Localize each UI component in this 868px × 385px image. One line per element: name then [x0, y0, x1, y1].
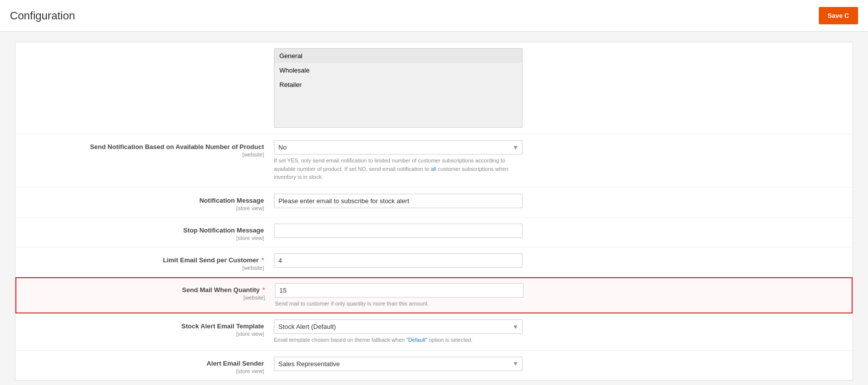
required-star: *: [261, 256, 264, 264]
customer-groups-select[interactable]: General Wholesale Retailer: [274, 48, 522, 128]
page-header: Configuration Save C: [0, 0, 868, 32]
alert-email-sender-row: Alert Email Sender [store view] Sales Re…: [15, 351, 853, 380]
send-notification-select-wrapper: No Yes ▼: [274, 140, 522, 154]
option-wholesale[interactable]: Wholesale: [274, 63, 522, 77]
stock-alert-template-select[interactable]: Stock Alert (Default): [274, 319, 522, 334]
limit-email-label-col: Limit Email Send per Customer * [website…: [25, 253, 274, 271]
alert-email-sender-scope: [store view]: [25, 368, 264, 374]
send-notification-field-col: No Yes ▼ If set YES, only send email not…: [274, 140, 843, 181]
send-notification-select[interactable]: No Yes: [274, 140, 522, 154]
notification-message-label: Notification Message: [199, 197, 264, 204]
quantity-required-star: *: [262, 286, 265, 294]
alert-email-sender-label-col: Alert Email Sender [store view]: [25, 357, 274, 374]
stop-notification-scope: [store view]: [25, 235, 264, 241]
notification-message-row: Notification Message [store view]: [15, 188, 853, 218]
stop-notification-label: Stop Notification Message: [183, 227, 264, 234]
limit-email-scope: [website]: [25, 265, 264, 271]
main-content: General Wholesale Retailer Send Notifica…: [0, 32, 868, 385]
send-notification-label: Send Notification Based on Available Num…: [90, 143, 264, 151]
option-retailer[interactable]: Retailer: [274, 77, 522, 92]
customer-groups-row: General Wholesale Retailer: [15, 42, 853, 134]
stop-notification-label-col: Stop Notification Message [store view]: [25, 224, 274, 241]
stock-alert-template-scope: [store view]: [25, 331, 264, 337]
stop-notification-field-col: [274, 224, 843, 238]
page-title: Configuration: [10, 9, 75, 22]
stock-alert-template-label: Stock Alert Email Template: [181, 322, 264, 330]
alert-email-sender-label: Alert Email Sender: [206, 360, 264, 367]
notification-message-label-col: Notification Message [store view]: [25, 194, 274, 211]
stock-alert-template-help: Email template chosen based on theme fal…: [274, 336, 522, 344]
send-mail-quantity-label: Send Mail When Quantity: [182, 286, 260, 294]
send-notification-scope: [website]: [25, 152, 264, 157]
customer-groups-label-col: [25, 48, 274, 51]
stop-notification-row: Stop Notification Message [store view]: [15, 218, 853, 247]
limit-email-label: Limit Email Send per Customer: [163, 256, 259, 264]
option-general[interactable]: General: [274, 49, 522, 63]
send-notification-label-col: Send Notification Based on Available Num…: [25, 140, 274, 157]
alert-email-sender-select[interactable]: Sales Representative General Contact Cus…: [274, 357, 522, 371]
limit-email-field-col: [274, 253, 843, 268]
form-section: General Wholesale Retailer Send Notifica…: [15, 42, 853, 381]
stock-alert-template-row: Stock Alert Email Template [store view] …: [15, 313, 853, 351]
send-mail-quantity-scope: [website]: [26, 295, 265, 301]
stop-notification-input[interactable]: [274, 224, 522, 238]
send-notification-row: Send Notification Based on Available Num…: [15, 134, 853, 188]
send-mail-quantity-input[interactable]: [275, 283, 523, 298]
send-mail-quantity-field-col: Send mail to customer if only quantity i…: [275, 283, 842, 308]
stock-alert-template-field-col: Stock Alert (Default) ▼ Email template c…: [274, 319, 843, 344]
alert-email-sender-select-wrapper: Sales Representative General Contact Cus…: [274, 357, 522, 371]
send-mail-quantity-label-col: Send Mail When Quantity * [website]: [26, 283, 275, 301]
limit-email-input[interactable]: [274, 253, 522, 268]
limit-email-row: Limit Email Send per Customer * [website…: [15, 247, 853, 277]
save-button[interactable]: Save C: [819, 7, 858, 24]
notification-message-input[interactable]: [274, 194, 522, 208]
send-mail-quantity-help: Send mail to customer if only quantity i…: [275, 300, 523, 308]
notification-message-scope: [store view]: [25, 205, 264, 211]
alert-email-sender-field-col: Sales Representative General Contact Cus…: [274, 357, 843, 371]
notification-message-field-col: [274, 194, 843, 208]
customer-groups-field-col: General Wholesale Retailer: [274, 48, 843, 128]
send-notification-help: If set YES, only send email notification…: [274, 156, 522, 181]
stock-alert-template-select-wrapper: Stock Alert (Default) ▼: [274, 319, 522, 334]
stock-alert-template-label-col: Stock Alert Email Template [store view]: [25, 319, 274, 337]
send-mail-quantity-row: Send Mail When Quantity * [website] Send…: [15, 277, 853, 314]
